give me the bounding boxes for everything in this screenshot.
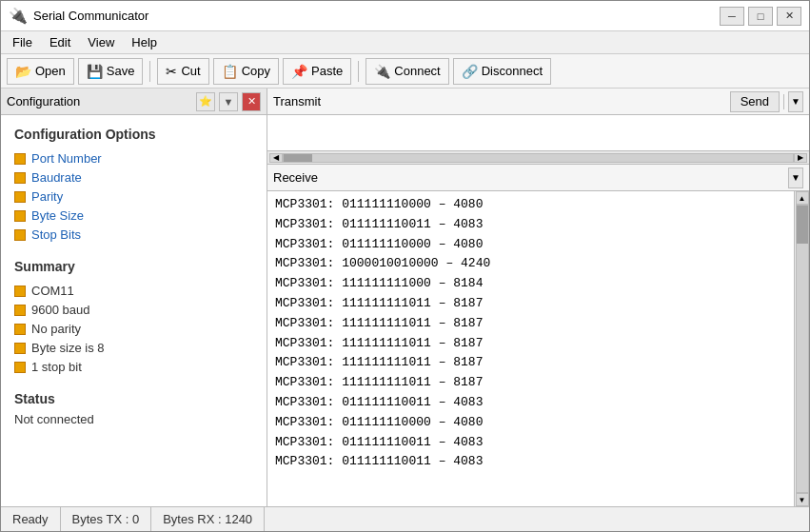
copy-icon: 📋 (222, 64, 238, 79)
v-scroll-thumb (797, 206, 808, 244)
receive-message: MCP3301: 011111110000 – 4080 (275, 235, 786, 255)
summary-stopbits-icon (14, 362, 26, 373)
scroll-right-button[interactable]: ▶ (794, 153, 807, 163)
port-label: Port Number (31, 151, 102, 166)
summary-bytesize-icon (14, 343, 26, 354)
summary-parity-label: No parity (31, 322, 81, 336)
panel-content: Configuration Options Port Number Baudra… (1, 115, 267, 506)
summary-heading: Summary (14, 259, 253, 274)
receive-message: MCP3301: 111111111011 – 8187 (275, 373, 786, 393)
copy-button[interactable]: 📋 Copy (213, 58, 279, 85)
title-bar-controls: ─ □ ✕ (720, 7, 801, 26)
menu-help[interactable]: Help (124, 33, 165, 51)
toolbar: 📂 Open 💾 Save ✂ Cut 📋 Copy 📌 Paste 🔌 Con… (1, 54, 809, 89)
h-scroll-thumb (284, 154, 312, 162)
menu-view[interactable]: View (80, 33, 122, 51)
v-scroll-track[interactable] (796, 205, 809, 493)
receive-message: MCP3301: 111111111011 – 8187 (275, 294, 786, 314)
save-button[interactable]: 💾 Save (78, 58, 144, 85)
open-button[interactable]: 📂 Open (7, 58, 74, 85)
receive-message: MCP3301: 011111110011 – 4083 (275, 215, 786, 235)
receive-area: MCP3301: 011111110000 – 4080MCP3301: 011… (267, 191, 809, 506)
menu-edit[interactable]: Edit (42, 33, 78, 51)
minimize-button[interactable]: ─ (720, 7, 744, 26)
port-icon (14, 153, 26, 165)
summary-stopbits-label: 1 stop bit (31, 360, 82, 374)
summary-parity-icon (14, 324, 26, 335)
status-heading: Status (14, 391, 253, 406)
h-scroll-track[interactable] (283, 153, 794, 163)
copy-label: Copy (242, 64, 270, 78)
paste-label: Paste (311, 64, 343, 78)
transmit-input[interactable] (271, 117, 805, 148)
close-button[interactable]: ✕ (777, 7, 801, 26)
save-label: Save (107, 64, 135, 78)
main-area: Configuration ⭐ ▼ ✕ Configuration Option… (1, 89, 809, 506)
status-bytes-tx: Bytes TX : 0 (61, 507, 152, 531)
summary-bytesize-label: Byte size is 8 (31, 341, 105, 355)
menu-file[interactable]: File (5, 33, 40, 51)
panel-dropdown-button[interactable]: ▼ (219, 92, 238, 111)
main-window: 🔌 Serial Communicator ─ □ ✕ File Edit Vi… (0, 0, 810, 532)
scroll-left-button[interactable]: ◀ (269, 153, 283, 163)
cut-button[interactable]: ✂ Cut (157, 58, 208, 85)
transmit-label: Transmit (273, 94, 726, 108)
receive-message: MCP3301: 111111111000 – 8184 (275, 274, 786, 294)
summary-stopbits: 1 stop bit (14, 360, 253, 374)
panel-star-button[interactable]: ⭐ (196, 92, 215, 111)
status-bytes-rx: Bytes RX : 1240 (151, 507, 265, 531)
summary-parity: No parity (14, 322, 253, 336)
baudrate-icon (14, 172, 26, 184)
send-dropdown-button[interactable]: ▼ (788, 91, 803, 112)
paste-button[interactable]: 📌 Paste (283, 58, 351, 85)
send-sep (783, 94, 784, 109)
toolbar-sep-1 (149, 61, 150, 82)
summary-baud: 9600 baud (14, 303, 253, 317)
bytesize-label: Byte Size (31, 208, 84, 223)
stopbits-icon (14, 229, 26, 241)
parity-label: Parity (31, 189, 63, 204)
receive-bar: Receive ▼ (267, 165, 809, 191)
config-link-stopbits[interactable]: Stop Bits (14, 227, 253, 242)
menu-bar: File Edit View Help (1, 31, 809, 54)
vertical-scrollbar: ▲ ▼ (794, 191, 809, 506)
receive-dropdown-button[interactable]: ▼ (788, 167, 803, 188)
connect-label: Connect (394, 64, 440, 78)
window-title: Serial Communicator (33, 9, 148, 23)
receive-message: MCP3301: 111111111011 – 8187 (275, 334, 786, 354)
summary-baud-label: 9600 baud (31, 303, 89, 317)
config-link-baudrate[interactable]: Baudrate (14, 170, 253, 185)
disconnect-label: Disconnect (482, 64, 543, 78)
connect-button[interactable]: 🔌 Connect (365, 58, 448, 85)
scroll-up-button[interactable]: ▲ (796, 191, 809, 205)
config-link-bytesize[interactable]: Byte Size (14, 208, 253, 223)
panel-close-button[interactable]: ✕ (242, 92, 261, 111)
disconnect-icon: 🔗 (462, 64, 478, 79)
receive-message: MCP3301: 011111110011 – 4083 (275, 393, 786, 413)
config-link-parity[interactable]: Parity (14, 189, 253, 204)
connect-icon: 🔌 (374, 64, 390, 79)
cut-label: Cut (181, 64, 200, 78)
title-bar: 🔌 Serial Communicator ─ □ ✕ (1, 1, 809, 31)
receive-message: MCP3301: 011111110000 – 4080 (275, 413, 786, 433)
app-icon: 🔌 (9, 7, 28, 25)
status-bar: Ready Bytes TX : 0 Bytes RX : 1240 (1, 506, 809, 531)
config-link-port[interactable]: Port Number (14, 151, 253, 166)
save-icon: 💾 (87, 64, 103, 79)
com-icon (14, 286, 26, 297)
open-label: Open (35, 64, 66, 78)
summary-bytesize: Byte size is 8 (14, 341, 253, 355)
disconnect-button[interactable]: 🔗 Disconnect (453, 58, 551, 85)
transmit-bar: Transmit Send ▼ (267, 89, 809, 115)
right-panel: Transmit Send ▼ ◀ ▶ Receive ▼ (267, 89, 809, 506)
receive-message: MCP3301: 011111110011 – 4083 (275, 452, 786, 472)
scroll-down-button[interactable]: ▼ (796, 493, 809, 506)
open-icon: 📂 (15, 64, 31, 79)
receive-content: MCP3301: 011111110000 – 4080MCP3301: 011… (267, 191, 794, 506)
send-button[interactable]: Send (730, 91, 780, 112)
maximize-button[interactable]: □ (748, 7, 773, 26)
stopbits-label: Stop Bits (31, 227, 81, 242)
status-ready: Ready (9, 507, 61, 531)
baud-icon (14, 305, 26, 316)
connection-status: Not connected (14, 412, 253, 426)
